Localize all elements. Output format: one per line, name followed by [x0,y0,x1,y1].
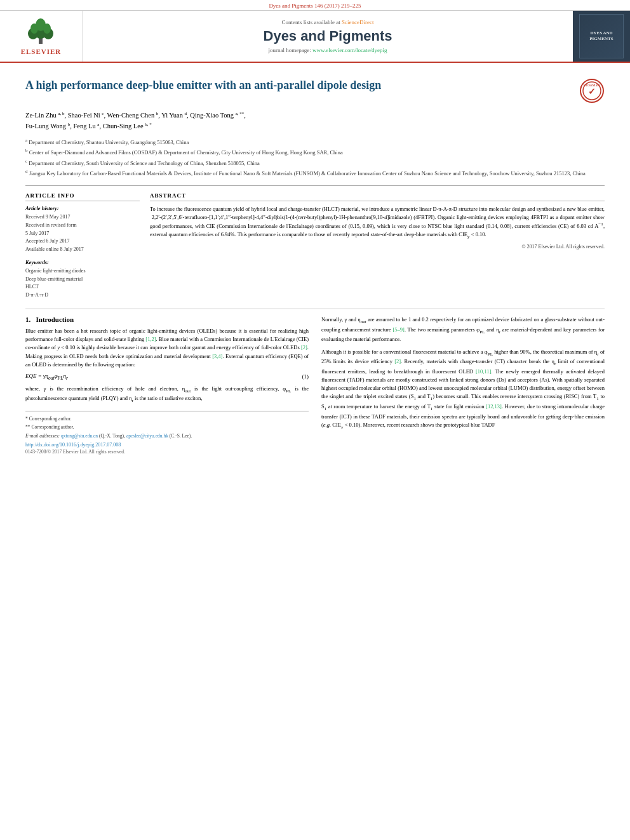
contents-line: Contents lists available at ScienceDirec… [282,19,374,25]
author-fenglu: Feng Lu a [73,123,99,130]
ref-5-9[interactable]: [5–9] [393,326,405,333]
author-fulung: Fu-Lung Wong b [25,123,70,130]
keywords-title: Keywords: [25,259,140,265]
author-qingxiao: Qing-Xiao Tong a, ** [190,112,244,119]
affiliation-c: c Department of Chemistry, South Univers… [25,158,605,168]
abstract-title: ABSTRACT [150,192,605,201]
introduction-title: 1. Introduction [25,316,309,323]
svg-text:✓: ✓ [588,87,596,97]
journal-title-section: Contents lists available at ScienceDirec… [83,11,573,62]
article-info-column: ARTICLE INFO Article history: Received 9… [25,192,140,300]
article-info-title: ARTICLE INFO [25,192,140,201]
abstract-column: ABSTRACT To increase the fluorescence qu… [150,192,605,300]
ref-1-2[interactable]: [1,2] [145,336,156,342]
doi-url[interactable]: http://dx.doi.org/10.1016/j.dyepig.2017.… [25,442,121,448]
history-accepted: Accepted 6 July 2017 [25,237,140,246]
ref-12-13[interactable]: [12,13] [486,403,502,410]
history-revised-label: Received in revised form [25,222,140,230]
crossmark-icon: ✓ CrossMark [579,78,605,103]
authors-list: Ze-Lin Zhu a, b, Shao-Fei Ni c, Wen-Chen… [25,110,605,132]
svg-point-6 [43,23,51,34]
keyword-hlct: HLCT [25,283,140,291]
journal-homepage: journal homepage: www.elsevier.com/locat… [269,47,387,53]
history-available: Available online 8 July 2017 [25,246,140,254]
author-yiyuan: Yi Yuan d [161,112,187,119]
email-addresses: E-mail addresses: qxtong@stu.edu.cn (Q.-… [25,432,309,439]
keyword-oled: Organic light-emitting diodes [25,267,140,276]
footer-notes: * Corresponding author. ** Corresponding… [25,411,309,455]
citation-text: Dyes and Pigments 146 (2017) 219–225 [269,3,361,9]
history-received: Received 9 May 2017 [25,213,140,222]
equation-1: EQE = γηoutφPLηr (1) [25,373,309,381]
right-paragraph-1: Normally, γ and ηout are assumed to be 1… [321,316,605,343]
intro-paragraph-2: where, γ is the recombination efficiency… [25,385,309,404]
affiliation-a: a Department of Chemistry, Shantou Unive… [25,137,605,147]
journal-thumbnail: DYES AND PIGMENTS [579,14,624,58]
right-paragraph-2: Although it is possible for a convention… [321,348,605,431]
paper-title: A high performance deep-blue emitter wit… [25,78,573,93]
ref-2b[interactable]: [2] [394,358,401,364]
ref-2[interactable]: [2] [301,344,307,350]
intro-paragraph-1: Blue emitter has been a hot research top… [25,327,309,369]
keyword-dpad: D-π-A-π-D [25,291,140,300]
body-content: 1. Introduction Blue emitter has been a … [25,309,605,455]
author-shaofei: Shao-Fei Ni c [68,112,104,119]
ref-10-11[interactable]: [10,11] [476,368,491,375]
email-link-2[interactable]: apcslee@cityu.edu.hk [126,433,170,439]
copyright-notice: © 2017 Elsevier Ltd. All rights reserved… [150,244,605,250]
svg-point-5 [30,23,38,34]
journal-homepage-link[interactable]: www.elsevier.com/locate/dyepig [312,47,387,53]
journal-thumbnail-section: DYES AND PIGMENTS [573,11,630,62]
doi-link: http://dx.doi.org/10.1016/j.dyepig.2017.… [25,442,309,448]
history-revised-date: 5 July 2017 [25,230,140,238]
journal-citation-bar: Dyes and Pigments 146 (2017) 219–225 [0,0,630,11]
corresponding-double-star: ** Corresponding author. [25,423,309,430]
svg-text:CrossMark: CrossMark [584,83,601,87]
journal-header: ELSEVIER Contents lists available at Sci… [0,11,630,63]
keyword-deep-blue: Deep blue-emitting material [25,276,140,284]
author-zelинzhu: Ze-Lin Zhu a, b [25,112,64,119]
article-info-abstract-section: ARTICLE INFO Article history: Received 9… [25,185,605,300]
body-right-column: Normally, γ and ηout are assumed to be 1… [321,316,605,455]
elsevier-tree-icon [22,17,60,46]
elsevier-wordmark: ELSEVIER [21,48,62,55]
equation-number: (1) [302,373,309,380]
abstract-text: To increase the fluorescence quantum yie… [150,205,605,240]
body-left-column: 1. Introduction Blue emitter has been a … [25,316,309,455]
main-content: A high performance deep-blue emitter wit… [0,63,630,465]
elsevier-logo: ELSEVIER [21,17,62,55]
ref-3-4[interactable]: [3,4] [212,353,222,359]
affiliations-list: a Department of Chemistry, Shantou Unive… [25,137,605,178]
corresponding-star: * Corresponding author. [25,415,309,422]
affiliation-d: d Jiangsu Key Laboratory for Carbon-Base… [25,168,605,178]
elsevier-logo-section: ELSEVIER [0,11,83,62]
equation-text: EQE = γηoutφPLηr [25,373,68,381]
author-chunsing: Chun-Sing Lee b, * [103,123,152,130]
issn-line: 0143-7208/© 2017 Elsevier Ltd. All right… [25,449,309,455]
sciencedirect-link[interactable]: ScienceDirect [342,19,373,25]
journal-title: Dyes and Pigments [264,28,392,44]
author-wencheng: Wen-Cheng Chen b [107,112,159,119]
affiliation-b: b Center of Super-Diamond and Advanced F… [25,147,605,157]
email-link-1[interactable]: qxtong@stu.edu.cn [61,433,99,439]
article-history-title: Article history: [25,205,140,211]
paper-title-section: A high performance deep-blue emitter wit… [25,78,605,103]
